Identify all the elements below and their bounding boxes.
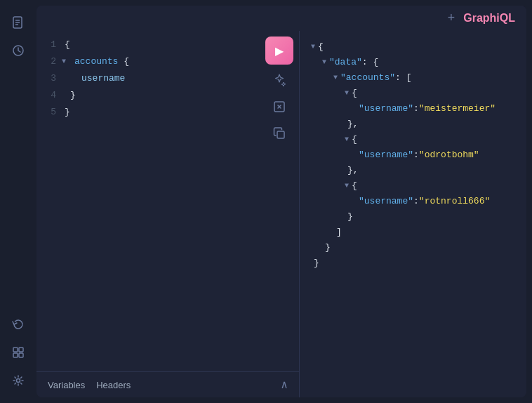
magic-button[interactable] xyxy=(268,69,291,91)
json-arrow-accounts: ▼ xyxy=(333,70,338,86)
query-editor[interactable]: 1 { 2 ▼ accounts { 3 xyxy=(36,31,299,126)
json-line-data-close: } xyxy=(311,240,515,256)
svg-rect-13 xyxy=(277,131,284,138)
app-title: GraphiQL xyxy=(463,12,515,25)
history-icon[interactable] xyxy=(7,39,29,62)
top-bar: + GraphiQL xyxy=(36,6,526,31)
line-number-1: 1 xyxy=(42,37,56,53)
code-brace-close-accounts: } xyxy=(70,88,76,103)
refresh-icon[interactable] xyxy=(7,313,29,336)
json-line-username1: "username" : "meistermeier" xyxy=(311,101,515,117)
stop-button[interactable] xyxy=(268,95,291,118)
json-brace-data-close: } xyxy=(325,240,331,256)
json-line-username2: "username" : "odrotbohm" xyxy=(311,147,515,163)
shortcut-icon[interactable] xyxy=(7,341,29,364)
line-number-5: 5 xyxy=(42,105,56,120)
json-colon-username1: : xyxy=(413,101,419,117)
query-panel: 1 { 2 ▼ accounts { 3 xyxy=(36,31,300,397)
query-editor-wrapper: 1 { 2 ▼ accounts { 3 xyxy=(36,31,299,371)
field-username: username xyxy=(81,71,125,86)
app-title-ql: QL xyxy=(500,12,515,24)
json-key-data: "data" xyxy=(329,55,362,70)
json-line-item1-close: }, xyxy=(311,117,515,132)
json-colon-data: : { xyxy=(362,55,378,70)
json-brace-item1-open: { xyxy=(352,86,357,101)
json-brace-item3-close: } xyxy=(347,209,353,225)
line-number-3: 3 xyxy=(42,71,56,86)
json-brace-item1-close: }, xyxy=(347,117,359,132)
json-brace-item3-open: { xyxy=(352,178,357,194)
code-line-3: 3 username xyxy=(36,70,299,87)
json-line-item3-open: ▼ { xyxy=(311,178,515,194)
svg-rect-7 xyxy=(13,353,18,357)
code-line-1: 1 { xyxy=(36,37,299,53)
variables-bar: Variables Headers ∧ xyxy=(36,371,299,397)
document-icon[interactable] xyxy=(7,11,29,34)
json-arrow-item1: ▼ xyxy=(345,86,349,101)
json-line-item3-close: } xyxy=(311,209,515,225)
svg-rect-5 xyxy=(13,348,18,352)
svg-point-9 xyxy=(17,379,20,383)
settings-icon[interactable] xyxy=(7,369,29,392)
tab-variables[interactable]: Variables xyxy=(48,380,85,390)
response-panel: ▼ { ▼ "data" : { ▼ "accounts" : [ ▼ xyxy=(300,31,526,397)
json-arrow-root: ▼ xyxy=(311,39,315,55)
main-content: + GraphiQL 1 { xyxy=(36,6,526,397)
run-button[interactable]: ▶ xyxy=(265,37,293,65)
json-colon-username3: : xyxy=(413,194,419,209)
copy-button[interactable] xyxy=(268,122,291,145)
line-number-4: 4 xyxy=(42,88,56,103)
json-line-root-open: ▼ { xyxy=(311,39,515,55)
code-line-4: 4 } xyxy=(36,87,299,104)
json-brace-item2-close: }, xyxy=(347,163,359,178)
json-arrow-item2: ▼ xyxy=(345,132,349,147)
json-line-item2-close: }, xyxy=(311,163,515,178)
json-line-accounts: ▼ "accounts" : [ xyxy=(311,70,515,86)
json-brace-root-close: } xyxy=(314,256,319,271)
json-value-username3: "rotnroll666" xyxy=(419,194,490,209)
tab-headers[interactable]: Headers xyxy=(96,380,131,390)
query-toolbar: ▶ xyxy=(265,37,293,145)
line-arrow-2: ▼ xyxy=(62,54,66,70)
json-value-username2: "odrotbohm" xyxy=(419,147,479,163)
line-number-2: 2 xyxy=(42,54,56,70)
keyword-accounts: accounts xyxy=(74,54,118,70)
json-line-username3: "username" : "rotnroll666" xyxy=(311,194,515,209)
code-line-2: 2 ▼ accounts { xyxy=(36,53,299,70)
sidebar xyxy=(0,0,36,403)
json-colon-username2: : xyxy=(413,147,419,163)
svg-rect-6 xyxy=(19,348,23,352)
json-colon-accounts: : [ xyxy=(395,70,411,86)
code-brace-close: } xyxy=(65,105,70,120)
json-line-item1-open: ▼ { xyxy=(311,86,515,101)
json-bracket-close: ] xyxy=(336,225,342,240)
code-brace-accounts: { xyxy=(118,54,129,70)
svg-rect-8 xyxy=(19,353,23,357)
editor-area: 1 { 2 ▼ accounts { 3 xyxy=(36,31,526,397)
collapse-button[interactable]: ∧ xyxy=(281,378,288,392)
app-title-graph: Graph xyxy=(463,12,496,24)
json-brace-item2-open: { xyxy=(352,132,357,147)
new-tab-button[interactable]: + xyxy=(447,11,455,25)
json-key-username3: "username" xyxy=(359,194,413,209)
json-key-username1: "username" xyxy=(359,101,413,117)
json-line-data: ▼ "data" : { xyxy=(311,55,515,70)
json-line-item2-open: ▼ { xyxy=(311,132,515,147)
code-brace-open: { xyxy=(65,37,70,53)
json-arrow-item3: ▼ xyxy=(345,178,349,194)
json-line-array-close: ] xyxy=(311,225,515,240)
json-line-root-close: } xyxy=(311,256,515,271)
json-value-username1: "meistermeier" xyxy=(419,101,496,117)
code-line-5: 5 } xyxy=(36,104,299,121)
json-brace-root-open: { xyxy=(318,39,324,55)
json-arrow-data: ▼ xyxy=(322,55,326,70)
json-key-username2: "username" xyxy=(359,147,413,163)
json-key-accounts: "accounts" xyxy=(340,70,395,86)
